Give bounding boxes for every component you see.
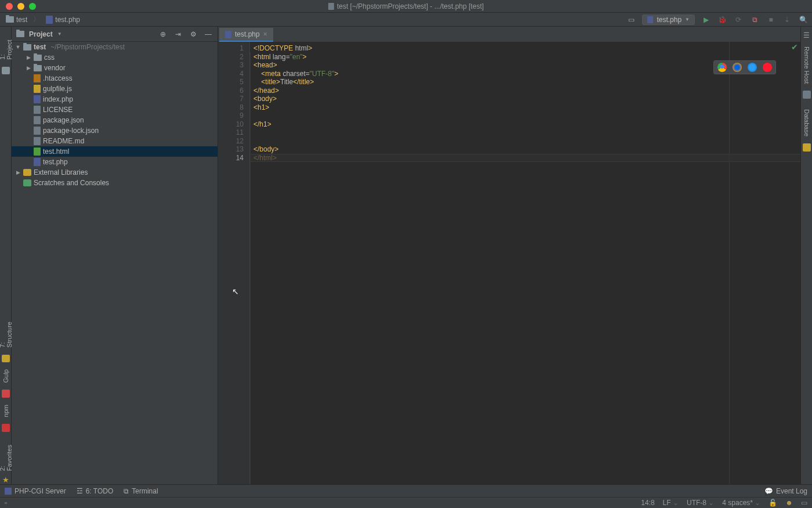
close-tab-icon[interactable]: ×: [263, 30, 267, 38]
tree-file[interactable]: ▶.htaccess: [12, 73, 217, 84]
tree-folder[interactable]: ▶vendor: [12, 63, 217, 73]
expand-arrow-icon[interactable]: ▶: [15, 170, 21, 175]
debug-button[interactable]: 🐞: [717, 16, 727, 24]
code-line[interactable]: </head>: [253, 87, 797, 95]
tree-file[interactable]: ▶LICENSE: [12, 105, 217, 115]
line-number[interactable]: 14: [220, 154, 244, 163]
stop-button[interactable]: ■: [766, 16, 776, 24]
code-line[interactable]: </html>: [253, 154, 797, 163]
status-readonly-icon[interactable]: 🔓: [768, 499, 777, 507]
vcs-update-button[interactable]: ⇣: [782, 16, 792, 24]
close-window-button[interactable]: [6, 3, 13, 10]
gear-icon[interactable]: ⚙: [188, 30, 198, 38]
run-config-selector[interactable]: test.php ▼: [642, 15, 695, 25]
code-line[interactable]: <!DOCTYPE html>: [253, 44, 797, 53]
status-indent[interactable]: 4 spaces*: [722, 499, 753, 507]
tree-file[interactable]: ▶package-lock.json: [12, 125, 217, 136]
settings-stripe-icon[interactable]: ☰: [803, 31, 811, 39]
line-gutter[interactable]: 1234567891011121314: [218, 42, 250, 484]
structure-stripe-icon[interactable]: [2, 355, 10, 362]
line-number[interactable]: 5: [220, 78, 244, 87]
sidebar-tab-remote[interactable]: Remote Host: [803, 42, 810, 88]
tool-window-quick-access-icon[interactable]: ▫: [5, 499, 7, 507]
collapse-icon[interactable]: ⇥: [173, 30, 183, 38]
line-number[interactable]: 3: [220, 61, 244, 70]
tool-event-log[interactable]: 💬 Event Log: [764, 487, 807, 495]
sidebar-tab-database[interactable]: Database: [803, 105, 810, 141]
sidebar-tab-gulp[interactable]: Gulp: [2, 365, 9, 387]
code-line[interactable]: [253, 137, 797, 146]
line-number[interactable]: 10: [220, 120, 244, 129]
tree-file[interactable]: ▶index.php: [12, 94, 217, 105]
sidebar-tab-project[interactable]: 1: Project: [0, 29, 13, 64]
status-line-separator[interactable]: LF: [663, 499, 671, 507]
status-mem-icon[interactable]: ▭: [801, 499, 807, 507]
breadcrumb-project[interactable]: test: [3, 15, 30, 25]
code-area[interactable]: ✔ <!DOCTYPE html><html lang="en"><head> …: [250, 42, 800, 484]
sidebar-tab-favorites[interactable]: 2: Favorites: [0, 434, 13, 475]
coverage-button[interactable]: ⟳: [733, 16, 744, 24]
inspection-ok-icon[interactable]: ✔: [791, 43, 798, 52]
line-number[interactable]: 13: [220, 145, 244, 154]
expand-arrow-icon[interactable]: ▶: [26, 55, 31, 60]
line-number[interactable]: 2: [220, 53, 244, 62]
status-caret-pos[interactable]: 14:8: [641, 499, 654, 507]
npm-stripe-icon[interactable]: [2, 424, 10, 431]
code-line[interactable]: </body>: [253, 145, 797, 154]
line-number[interactable]: 9: [220, 111, 244, 120]
opera-icon[interactable]: [763, 63, 772, 72]
tree-file[interactable]: ▶test.php: [12, 157, 217, 167]
line-number[interactable]: 11: [220, 128, 244, 137]
line-number[interactable]: 1: [220, 44, 244, 53]
run-button[interactable]: ▶: [701, 16, 711, 24]
breadcrumb-file[interactable]: test.php: [44, 15, 82, 25]
tree-file[interactable]: ▶test.html: [12, 146, 217, 157]
tree-file[interactable]: ▶gulpfile.js: [12, 84, 217, 94]
gulp-stripe-icon[interactable]: [2, 390, 10, 397]
status-inspection-icon[interactable]: ☻: [785, 499, 793, 507]
status-encoding[interactable]: UTF-8: [687, 499, 706, 507]
project-panel-title[interactable]: Project: [29, 30, 53, 38]
hide-icon[interactable]: —: [204, 30, 213, 38]
tree-file[interactable]: ▶README.md: [12, 136, 217, 146]
tree-folder[interactable]: ▶css: [12, 52, 217, 63]
code-editor[interactable]: 1234567891011121314 ✔ <!DOCTYPE html><ht…: [218, 42, 800, 484]
database-stripe-icon[interactable]: [803, 143, 811, 152]
safari-icon[interactable]: [748, 63, 757, 72]
code-line[interactable]: <body>: [253, 95, 797, 103]
firefox-icon[interactable]: [733, 63, 742, 72]
tree-file[interactable]: ▶package.json: [12, 115, 217, 125]
code-line[interactable]: <html lang="en">: [253, 53, 797, 62]
editor-tab-testphp[interactable]: test.php ×: [219, 28, 273, 42]
line-number[interactable]: 6: [220, 87, 244, 95]
code-line[interactable]: <h1>: [253, 103, 797, 112]
tree-scratches[interactable]: ▶ Scratches and Consoles: [12, 178, 217, 188]
expand-arrow-icon[interactable]: ▼: [15, 44, 21, 50]
code-line[interactable]: <title>Title</title>: [253, 78, 797, 87]
remote-stripe-icon[interactable]: [803, 91, 811, 99]
zoom-window-button[interactable]: [29, 3, 36, 10]
chrome-icon[interactable]: [717, 63, 727, 72]
line-number[interactable]: 8: [220, 103, 244, 112]
line-number[interactable]: 12: [220, 137, 244, 146]
project-stripe-icon[interactable]: [2, 67, 10, 74]
code-line[interactable]: [253, 128, 797, 137]
expand-arrow-icon[interactable]: ▶: [26, 65, 31, 71]
search-everywhere-button[interactable]: 🔍: [798, 16, 809, 24]
star-icon[interactable]: ★: [2, 475, 9, 484]
tree-external-libs[interactable]: ▶ External Libraries: [12, 167, 217, 178]
tool-php-cgi[interactable]: PHP-CGI Server: [5, 487, 66, 495]
code-line[interactable]: [253, 111, 797, 120]
minimize-window-button[interactable]: [17, 3, 24, 10]
profile-button[interactable]: ⧉: [749, 16, 760, 24]
tool-todo[interactable]: ☲ 6: TODO: [77, 487, 114, 495]
chevron-down-icon[interactable]: ▼: [57, 31, 62, 37]
sidebar-tab-structure[interactable]: 7: Structure: [0, 311, 13, 352]
project-tree[interactable]: ▼ test ~/PhpstormProjects/test ▶css▶vend…: [12, 42, 217, 484]
tree-root[interactable]: ▼ test ~/PhpstormProjects/test: [12, 42, 217, 52]
run-dashboard-icon[interactable]: ▭: [626, 16, 636, 24]
locate-icon[interactable]: ⊕: [158, 30, 168, 38]
line-number[interactable]: 4: [220, 70, 244, 78]
code-line[interactable]: </h1>: [253, 120, 797, 129]
tool-terminal[interactable]: ⧉ Terminal: [124, 487, 158, 495]
